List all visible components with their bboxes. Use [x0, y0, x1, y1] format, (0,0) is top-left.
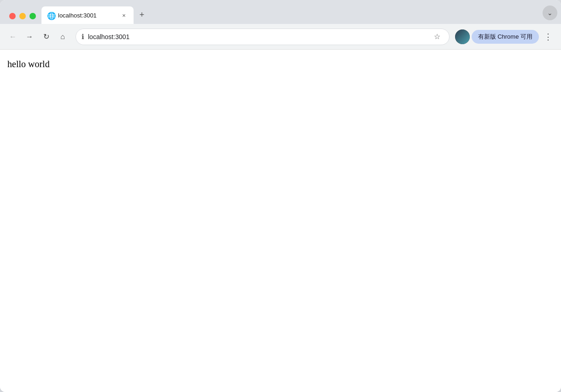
chevron-down-icon: ⌄ — [547, 9, 553, 17]
home-icon: ⌂ — [60, 33, 65, 41]
window-controls — [4, 13, 41, 24]
back-icon: ← — [9, 33, 17, 41]
maximize-button[interactable] — [29, 13, 36, 19]
bookmark-button[interactable]: ☆ — [431, 30, 444, 43]
active-tab[interactable]: 🌐 localhost:3001 × — [41, 6, 134, 24]
menu-button[interactable]: ⋮ — [541, 29, 555, 44]
more-options-icon: ⋮ — [544, 32, 552, 42]
tab-dropdown-button[interactable]: ⌄ — [543, 6, 557, 20]
forward-button[interactable]: → — [22, 29, 37, 44]
tab-bar-right: ⌄ — [543, 6, 557, 24]
page-content: hello world — [0, 50, 561, 392]
tab-title: localhost:3001 — [58, 12, 116, 19]
info-icon: ℹ — [82, 33, 84, 41]
forward-icon: → — [26, 33, 33, 41]
minimize-button[interactable] — [19, 13, 26, 19]
home-button[interactable]: ⌂ — [55, 29, 70, 44]
tab-close-button[interactable]: × — [120, 11, 128, 19]
reload-icon: ↻ — [43, 32, 49, 41]
address-input[interactable] — [88, 33, 427, 40]
update-chrome-button[interactable]: 有新版 Chrome 可用 — [472, 30, 539, 44]
avatar — [455, 29, 470, 44]
star-icon: ☆ — [434, 32, 440, 41]
tab-favicon-icon: 🌐 — [47, 12, 54, 19]
tab-bar: 🌐 localhost:3001 × + ⌄ — [0, 0, 561, 24]
profile-button[interactable] — [455, 29, 470, 44]
back-button[interactable]: ← — [6, 29, 20, 44]
address-bar: ℹ ☆ — [76, 29, 450, 45]
toolbar: ← → ↻ ⌂ ℹ ☆ 有新版 Chrome 可用 ⋮ — [0, 24, 561, 50]
close-button[interactable] — [9, 13, 16, 19]
new-tab-button[interactable]: + — [135, 8, 148, 21]
hello-world-text: hello world — [7, 59, 554, 69]
browser-window: 🌐 localhost:3001 × + ⌄ ← → ↻ ⌂ ℹ ☆ — [0, 0, 561, 392]
reload-button[interactable]: ↻ — [39, 29, 53, 44]
